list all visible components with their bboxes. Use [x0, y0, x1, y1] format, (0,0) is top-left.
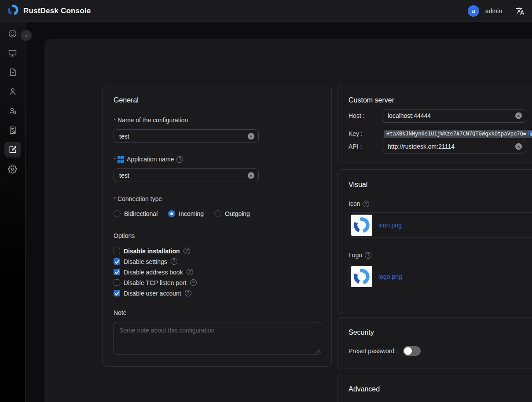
sidebar-item-devices[interactable]	[4, 45, 21, 61]
note-label: Note	[114, 309, 320, 316]
security-title: Security	[349, 329, 532, 336]
checkbox-checked-icon[interactable]	[114, 258, 120, 265]
help-icon[interactable]: ?	[183, 248, 190, 254]
api-label: API :	[349, 143, 362, 150]
clear-icon[interactable]: ✕	[515, 143, 522, 150]
help-icon[interactable]: ?	[176, 156, 183, 163]
option-disable-installation[interactable]: Disable installation ?	[114, 247, 320, 255]
visual-title: Visual	[349, 181, 532, 189]
host-label: Host :	[349, 112, 365, 119]
advanced-title: Advanced	[349, 385, 532, 393]
windows-logo-icon	[117, 156, 124, 163]
icon-file-row: icon.png	[349, 212, 532, 238]
sidebar-expand-button[interactable]: ›	[21, 30, 32, 41]
preset-password-label: Preset password :	[349, 347, 398, 354]
username-label[interactable]: admin	[485, 7, 502, 15]
logo-file-link[interactable]: logo.png	[378, 273, 402, 280]
checkbox-checked-icon[interactable]	[114, 290, 120, 296]
note-placeholder: Some note about this configuration	[119, 327, 214, 334]
user-icon	[8, 87, 17, 96]
copy-icon[interactable]	[528, 131, 532, 137]
clear-icon[interactable]: ✕	[248, 172, 254, 179]
radio-incoming[interactable]: Incoming	[168, 210, 204, 217]
sidebar-item-configurations[interactable]	[4, 142, 21, 157]
gear-settings-icon	[8, 164, 17, 174]
checkbox-icon[interactable]	[114, 279, 120, 286]
custom-server-card: Custom server Host : localhost:44444 ✕ K…	[337, 85, 532, 164]
logo-file-row: logo.png	[349, 264, 532, 289]
sidebar-item-settings[interactable]	[4, 161, 21, 177]
top-header: RustDesk Console a admin	[0, 0, 532, 22]
smiley-dashboard-icon	[8, 29, 17, 38]
visual-card: Visual Icon ? icon.png Logo ?	[337, 169, 532, 314]
logo-file-thumbnail	[351, 266, 372, 287]
icon-label: Icon ?	[349, 200, 532, 207]
app-title: RustDesk Console	[23, 7, 91, 15]
radio-outgoing[interactable]: Outgoing	[214, 210, 250, 217]
help-icon[interactable]: ?	[185, 290, 191, 296]
config-name-label: * Name of the configuration	[114, 117, 320, 124]
icon-file-thumbnail	[351, 215, 372, 236]
connection-type-label: * Connection type	[114, 195, 320, 202]
help-icon[interactable]: ?	[171, 258, 177, 265]
user-avatar[interactable]: a	[468, 5, 479, 17]
radio-icon[interactable]	[114, 210, 121, 217]
preset-password-row: Preset password :	[349, 346, 532, 356]
monitor-devices-icon	[8, 48, 17, 58]
connection-type-radio-group: Bidirectional Incoming Outgoing	[114, 210, 320, 217]
brand[interactable]: RustDesk Console	[7, 4, 91, 18]
host-input[interactable]: localhost:44444 ✕	[382, 109, 526, 123]
sidebar-item-users[interactable]	[4, 84, 21, 99]
main-content-panel: General * Name of the configuration test…	[44, 39, 532, 402]
checkbox-checked-icon[interactable]	[114, 269, 120, 275]
key-value-box: HtaXBkJNHyn0e1U1jWXze7A7CN7QTGWqxkOtpaVp…	[384, 130, 532, 138]
resize-handle[interactable]	[316, 349, 320, 353]
sidebar-item-audit[interactable]	[4, 122, 21, 138]
chevron-right-icon: ›	[25, 32, 27, 39]
audit-log-icon	[8, 126, 17, 135]
app-name-input[interactable]: test ✕	[114, 168, 259, 182]
radio-icon[interactable]	[214, 210, 221, 217]
clear-icon[interactable]: ✕	[515, 113, 522, 119]
translate-icon[interactable]	[515, 6, 525, 16]
option-disable-settings[interactable]: Disable settings ?	[114, 258, 320, 265]
logo-label: Logo ?	[349, 252, 532, 259]
app-name-label: * Application name ?	[114, 156, 320, 163]
user-group-icon	[8, 106, 17, 115]
option-disable-address-book[interactable]: Disable address book ?	[114, 268, 320, 276]
help-icon[interactable]: ?	[190, 279, 197, 286]
document-icon	[8, 68, 17, 77]
api-input[interactable]: http://rustdesk.om:21114 ✕	[382, 140, 526, 153]
config-name-input[interactable]: test ✕	[114, 129, 259, 143]
preset-password-toggle[interactable]	[403, 346, 421, 356]
option-disable-user-account[interactable]: Disable user account ?	[114, 289, 320, 297]
clear-icon[interactable]: ✕	[248, 133, 254, 139]
key-label: Key :	[349, 130, 363, 137]
checkbox-icon[interactable]	[114, 248, 120, 254]
general-card: General * Name of the configuration test…	[102, 85, 332, 367]
sidebar-item-groups[interactable]	[4, 103, 21, 119]
help-icon[interactable]: ?	[365, 252, 371, 259]
sidebar-item-documents[interactable]	[4, 64, 21, 80]
help-icon[interactable]: ?	[187, 269, 193, 275]
sidebar-item-dashboard[interactable]	[4, 26, 21, 41]
note-textarea[interactable]: Some note about this configuration	[114, 322, 321, 354]
left-sidebar	[0, 22, 26, 402]
radio-checked-icon[interactable]	[168, 210, 175, 217]
general-card-title: General	[114, 96, 320, 104]
options-label: Options	[114, 232, 320, 239]
custom-server-title: Custom server	[349, 96, 532, 104]
security-card: Security Preset password :	[337, 317, 532, 369]
help-icon[interactable]: ?	[363, 201, 369, 207]
icon-file-link[interactable]: icon.png	[378, 222, 402, 229]
option-disable-tcp-listen-port[interactable]: Disable TCP listen port ?	[114, 279, 320, 286]
rustdesk-logo-icon	[7, 4, 19, 18]
edit-configurations-icon	[8, 145, 17, 154]
advanced-card: Advanced Override settings : Default set…	[337, 374, 532, 402]
key-value: HtaXBkJNHyn0e1U1jWXze7A7CN7QTGWqxkOtpaVp…	[386, 131, 526, 137]
rustdesk-console-app: RustDesk Console a admin	[0, 0, 532, 402]
radio-bidirectional[interactable]: Bidirectional	[114, 210, 158, 217]
